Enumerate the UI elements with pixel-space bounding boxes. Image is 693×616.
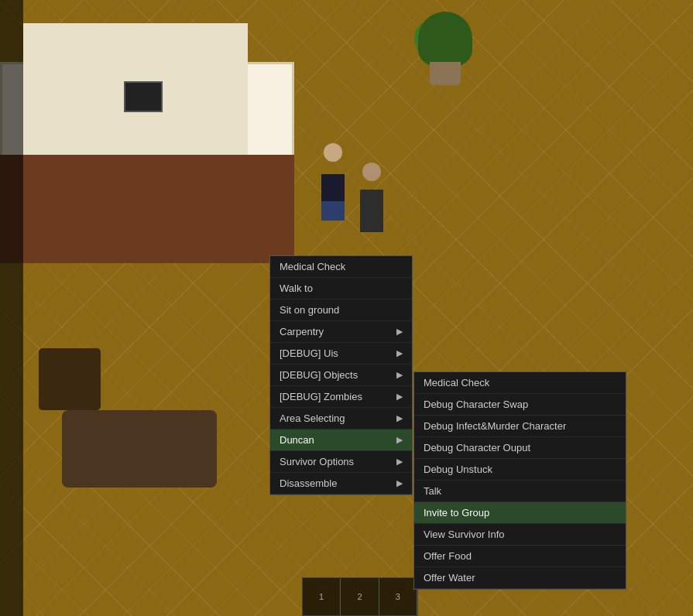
- bottom-tab-1[interactable]: 1: [303, 578, 341, 615]
- menu-item-label: [DEBUG] Objects: [280, 369, 358, 381]
- menu-item-label: Disassemble: [280, 477, 337, 489]
- sub-menu-item-label: Debug Unstuck: [424, 464, 492, 475]
- sub-menu-item-label: View Survivor Info: [424, 529, 505, 540]
- sub-menu-item-0[interactable]: Medical Check: [414, 372, 626, 394]
- bottom-bar: 123: [302, 577, 418, 616]
- primary-menu-item-2[interactable]: Sit on ground: [270, 299, 412, 321]
- sub-menu-item-label: Invite to Group: [424, 507, 489, 518]
- plant: [414, 8, 476, 85]
- plant-pot: [430, 62, 461, 85]
- menu-item-label: Survivor Options: [280, 456, 354, 467]
- plant-leaves-main: [418, 12, 472, 66]
- menu-item-label: Walk to: [280, 282, 313, 294]
- primary-menu-item-4[interactable]: [DEBUG] Uis▶: [270, 343, 412, 364]
- menu-item-label: Area Selecting: [280, 412, 345, 424]
- bottom-tab-2[interactable]: 2: [341, 578, 379, 615]
- menu-item-label: Sit on ground: [280, 304, 339, 316]
- monitor: [124, 81, 163, 112]
- primary-menu-item-7[interactable]: Area Selecting▶: [270, 408, 412, 429]
- char1-legs: [321, 201, 345, 221]
- menu-item-label: Medical Check: [280, 261, 345, 272]
- primary-menu-item-6[interactable]: [DEBUG] Zombies▶: [270, 386, 412, 408]
- submenu-arrow-icon: ▶: [396, 457, 403, 467]
- sofa: [62, 410, 217, 488]
- counter-dark: [0, 155, 294, 263]
- submenu-arrow-icon: ▶: [396, 370, 403, 380]
- sub-menu-item-4[interactable]: Debug Unstuck: [414, 459, 626, 481]
- primary-menu-item-3[interactable]: Carpentry▶: [270, 321, 412, 343]
- primary-menu-item-1[interactable]: Walk to: [270, 278, 412, 299]
- primary-context-menu: Medical CheckWalk toSit on groundCarpent…: [269, 255, 413, 495]
- sub-menu-item-8[interactable]: Offer Food: [414, 546, 626, 567]
- primary-menu-item-0[interactable]: Medical Check: [270, 256, 412, 278]
- submenu-arrow-icon: ▶: [396, 327, 403, 337]
- submenu-arrow-icon: ▶: [396, 478, 403, 488]
- char1-head: [324, 143, 342, 162]
- submenu-arrow-icon: ▶: [396, 392, 403, 402]
- sub-menu-item-label: Talk: [424, 485, 441, 497]
- menu-item-label: Duncan: [280, 434, 314, 446]
- primary-menu-item-5[interactable]: [DEBUG] Objects▶: [270, 364, 412, 386]
- submenu-arrow-icon: ▶: [396, 413, 403, 423]
- sub-menu-item-2[interactable]: Debug Infect&Murder Character: [414, 416, 626, 437]
- sub-menu-item-label: Debug Character Ouput: [424, 442, 530, 453]
- sub-menu-item-label: Offer Water: [424, 572, 475, 583]
- character-main: [317, 143, 348, 221]
- primary-menu-item-9[interactable]: Survivor Options▶: [270, 451, 412, 473]
- chair: [39, 348, 101, 410]
- sub-menu-item-3[interactable]: Debug Character Ouput: [414, 437, 626, 459]
- sub-menu-item-label: Debug Character Swap: [424, 399, 528, 410]
- menu-item-label: Carpentry: [280, 326, 324, 337]
- char2-head: [362, 163, 381, 181]
- sub-menu-item-7[interactable]: View Survivor Info: [414, 524, 626, 546]
- menu-item-label: [DEBUG] Zombies: [280, 391, 362, 402]
- sub-menu-item-9[interactable]: Offer Water: [414, 567, 626, 589]
- submenu-arrow-icon: ▶: [396, 348, 403, 358]
- sub-menu-item-label: Offer Food: [424, 550, 472, 562]
- sub-menu-item-1[interactable]: Debug Character Swap: [414, 394, 626, 416]
- sub-menu-item-label: Debug Infect&Murder Character: [424, 420, 566, 432]
- sub-menu-item-6[interactable]: Invite to Group: [414, 502, 626, 524]
- sub-context-menu: Medical CheckDebug Character SwapDebug I…: [413, 371, 626, 590]
- menu-item-label: [DEBUG] Uis: [280, 347, 338, 359]
- character-npc: [356, 163, 387, 232]
- char2-body: [360, 190, 383, 232]
- primary-menu-item-10[interactable]: Disassemble▶: [270, 473, 412, 495]
- primary-menu-item-8[interactable]: Duncan▶: [270, 429, 412, 451]
- dark-overlay-left: [0, 0, 23, 616]
- sub-menu-item-label: Medical Check: [424, 377, 489, 388]
- bottom-tab-3[interactable]: 3: [379, 578, 417, 615]
- submenu-arrow-icon: ▶: [396, 435, 403, 445]
- sub-menu-item-5[interactable]: Talk: [414, 481, 626, 502]
